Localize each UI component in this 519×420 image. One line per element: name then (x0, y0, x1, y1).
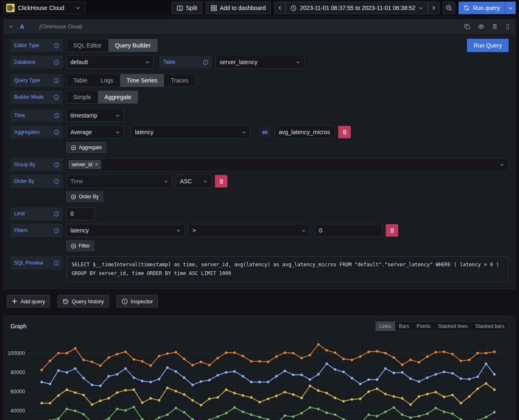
run-query-inline-button[interactable]: Run Query (467, 39, 509, 52)
query-type-table[interactable]: Table (67, 74, 94, 87)
order-by-field-select[interactable]: Time (66, 175, 172, 188)
field-label-database: Database (10, 55, 63, 69)
run-query-split-button: Run query (459, 2, 516, 14)
table-select[interactable]: server_latency (215, 55, 304, 69)
split-label: Split (186, 5, 197, 11)
field-label-time: Time (10, 109, 63, 122)
editor-type-query-builder[interactable]: Query Builder (108, 39, 157, 52)
latency-time-series-chart: 2000040000600008000010000006:38:0006:38:… (7, 335, 513, 420)
query-ref-id[interactable]: A (20, 23, 24, 30)
info-icon[interactable] (54, 95, 59, 100)
graph-mode-points[interactable]: Points (413, 322, 434, 331)
datasource-hint: (ClickHouse Cloud) (39, 24, 82, 30)
field-label-builder-mode: Builder Mode (10, 90, 63, 104)
svg-text:60000: 60000 (10, 389, 25, 395)
query-actions-row: Add query Query history Inspector (0, 292, 519, 312)
aggregate-alias-input[interactable]: avg_latency_micros (274, 125, 335, 139)
graph-mode-lines[interactable]: Lines (376, 322, 395, 331)
graph-mode-stacked-lines[interactable]: Stacked lines (434, 322, 472, 331)
add-to-dashboard-label: Add to dashboard (220, 5, 266, 11)
remove-query-trash-icon[interactable] (492, 23, 498, 30)
order-by-direction-select[interactable]: ASC (176, 175, 212, 188)
field-label-limit: Limit (10, 207, 63, 220)
zoom-out-button[interactable] (443, 2, 455, 14)
info-icon[interactable] (203, 60, 208, 65)
sql-preview-text: SELECT $__timeInterval(timestamp) as tim… (66, 256, 509, 282)
collapse-chevron-icon[interactable] (9, 24, 13, 29)
svg-text:100000: 100000 (7, 350, 25, 356)
history-icon (62, 298, 69, 305)
editor-type-radio-group: SQL Editor Query Builder (66, 39, 158, 52)
info-icon[interactable] (54, 60, 59, 65)
add-aggregate-button[interactable]: Aggregate (66, 142, 106, 153)
field-label-query-type: Query Type (10, 74, 63, 87)
aggregate-column-select[interactable]: latency (131, 125, 250, 139)
filter-value-input[interactable]: 0 (315, 224, 382, 237)
datasource-picker[interactable]: ClickHouse Cloud (3, 2, 85, 14)
field-label-filters: Filters (10, 224, 63, 237)
info-icon[interactable] (54, 162, 59, 168)
svg-text:40000: 40000 (10, 408, 25, 414)
editor-type-sql-editor[interactable]: SQL Editor (67, 39, 108, 52)
info-icon[interactable] (54, 211, 59, 217)
info-icon[interactable] (54, 228, 59, 233)
database-select[interactable]: default (66, 55, 154, 69)
datasource-name: ClickHouse Cloud (18, 5, 72, 11)
info-icon[interactable] (54, 78, 59, 83)
chevron-down-icon (500, 162, 504, 167)
info-icon[interactable] (54, 113, 59, 118)
time-shift-back-button[interactable] (274, 2, 286, 14)
query-history-button[interactable]: Query history (57, 295, 109, 308)
limit-input[interactable]: 0 (66, 207, 95, 220)
add-order-by-button[interactable]: Order By (66, 191, 103, 202)
info-icon[interactable] (54, 43, 59, 48)
add-query-button[interactable]: Add query (7, 295, 50, 308)
builder-mode-radio-group: Simple Aggregate (66, 90, 138, 104)
sync-icon (464, 5, 469, 11)
remove-order-by-button[interactable] (215, 175, 227, 188)
apps-grid-icon (211, 5, 217, 11)
remove-chip-icon[interactable]: × (95, 162, 98, 168)
builder-mode-aggregate[interactable]: Aggregate (98, 91, 138, 103)
chevron-down-icon (419, 6, 423, 10)
group-by-multiselect[interactable]: server_id× (66, 158, 509, 171)
info-icon[interactable] (54, 260, 59, 266)
remove-filter-button[interactable] (386, 224, 398, 237)
group-by-chip-server-id[interactable]: server_id× (68, 160, 101, 169)
builder-mode-simple[interactable]: Simple (67, 91, 98, 103)
clickhouse-logo-icon (6, 4, 15, 12)
query-type-time-series[interactable]: Time Series (120, 74, 164, 87)
query-editor-panel: A (ClickHouse Cloud) Editor Type SQL Edi… (3, 19, 516, 289)
query-row-header[interactable]: A (ClickHouse Cloud) (4, 20, 515, 34)
svg-text:80000: 80000 (10, 370, 25, 375)
graph-mode-radio-group: Lines Bars Points Stacked lines Stacked … (375, 321, 509, 331)
duplicate-query-icon[interactable] (464, 23, 470, 30)
filter-column-select[interactable]: latency (66, 224, 185, 237)
run-query-label: Run query (473, 5, 500, 11)
add-to-dashboard-button[interactable]: Add to dashboard (206, 2, 271, 14)
time-shift-forward-button[interactable] (428, 2, 439, 14)
graph-mode-stacked-bars[interactable]: Stacked bars (472, 322, 508, 331)
aggregate-function-select[interactable]: Average (66, 125, 124, 139)
run-query-button[interactable]: Run query (459, 2, 505, 14)
hide-response-eye-icon[interactable] (478, 23, 484, 30)
graph-panel-title: Graph (10, 323, 27, 330)
info-icon[interactable] (54, 130, 59, 135)
query-type-traces[interactable]: Traces (164, 74, 195, 87)
info-icon[interactable] (54, 179, 59, 184)
time-range-button[interactable]: 2023-11-01 06:37:55 to 2023-11-01 06:38:… (286, 2, 428, 14)
field-label-group-by: Group By (10, 158, 63, 171)
explore-toolbar: ClickHouse Cloud Split Add to dashboard … (0, 0, 519, 16)
graph-mode-bars[interactable]: Bars (395, 322, 413, 331)
split-button[interactable]: Split (172, 2, 202, 14)
query-type-logs[interactable]: Logs (94, 74, 120, 87)
as-keyword-chip: as (259, 126, 271, 138)
time-range-text: 2023-11-01 06:37:55 to 2023-11-01 06:38:… (300, 5, 415, 11)
inspector-button[interactable]: Inspector (117, 295, 158, 308)
run-query-dropdown-button[interactable] (505, 2, 516, 14)
drag-handle-icon[interactable] (505, 23, 510, 30)
add-filter-button[interactable]: Filter (66, 240, 95, 251)
time-column-select[interactable]: timestamp (66, 109, 124, 122)
filter-operator-select[interactable]: > (188, 224, 310, 237)
remove-aggregate-button[interactable] (338, 126, 351, 138)
